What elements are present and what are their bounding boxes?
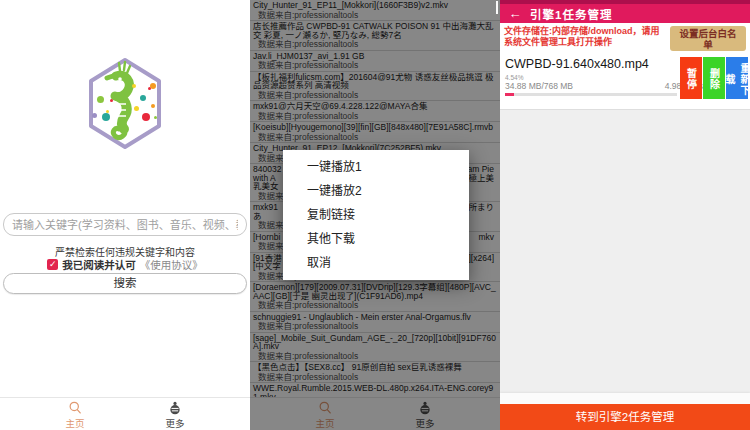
page-title: 引擎1任务管理 (530, 6, 612, 22)
footer-spacer (500, 393, 750, 404)
storage-notice: 文件存储在:内部存储/download，请用系统文件管理工具打开操作 设置后台白… (500, 23, 750, 54)
logo-dot (142, 113, 150, 121)
task-buttons: 暂停 删除 重新下载 (680, 57, 748, 99)
nav-home[interactable]: 主页 (25, 398, 125, 430)
download-size: 34.88 MB/768 MB (505, 81, 573, 91)
agreement-label: 我已阅读并认可 (62, 257, 136, 272)
search-input[interactable] (3, 213, 247, 236)
user-agreement-link[interactable]: 《使用协议》 (140, 257, 203, 272)
logo-dot (110, 99, 113, 102)
nav-home-label: 主页 (65, 416, 84, 430)
panel-search-home: 严禁检索任何违规关键字和内容 ✓ 我已阅读并认可 《使用协议》 搜索 主页 (0, 0, 250, 430)
seahorse-logo (86, 57, 164, 150)
scrollbar[interactable] (496, 1, 498, 14)
whitelist-button[interactable]: 设置后台白名单 (670, 26, 746, 51)
nav-more[interactable]: 更多 (125, 398, 225, 430)
more-icon (168, 401, 182, 415)
logo-dot (154, 116, 157, 119)
app-bar: ← 引擎1任务管理 (500, 4, 750, 23)
modal-item[interactable]: 取消 (283, 256, 469, 270)
progress-bar (505, 93, 677, 96)
download-filename: CWPBD-91.640x480.mp4 (505, 57, 649, 71)
agreement-row: ✓ 我已阅读并认可 《使用协议》 (0, 257, 250, 272)
pause-button[interactable]: 暂停 (680, 57, 702, 99)
logo-dot (106, 110, 109, 113)
storage-notice-text: 文件存储在:内部存储/download，请用系统文件管理工具打开操作 (504, 26, 664, 48)
delete-button[interactable]: 删除 (703, 57, 725, 99)
agreement-checkbox[interactable]: ✓ (47, 259, 58, 270)
logo-dot (140, 95, 146, 101)
modal-item[interactable]: 一键播放2 (283, 184, 469, 198)
logo-dot (148, 87, 151, 90)
redownload-button[interactable]: 重新下载 (726, 57, 748, 99)
logo-dot (97, 96, 104, 103)
panel-search-results: City_Hunter_91_EP11_[Mokkori](1660F3B9)v… (250, 0, 500, 430)
back-icon[interactable]: ← (500, 6, 530, 21)
progress-fill (505, 93, 514, 96)
logo-dot (92, 113, 97, 118)
action-modal: 一键播放1一键播放2复制链接其他下载取消 (283, 150, 469, 280)
search-home-icon (68, 401, 82, 415)
app-screen: 严禁检索任何违规关键字和内容 ✓ 我已阅读并认可 《使用协议》 搜索 主页 (0, 0, 750, 430)
logo-dot (134, 106, 139, 111)
logo-dot (102, 113, 110, 121)
bottom-nav: 主页 更多 (0, 397, 250, 430)
logo-dot (150, 83, 156, 89)
panel-task-manager: ← 引擎1任务管理 文件存储在:内部存储/download，请用系统文件管理工具… (500, 0, 750, 430)
nav-more-label: 更多 (165, 416, 184, 430)
goto-engine2-button[interactable]: 转到引擎2任务管理 (500, 404, 750, 430)
logo-dot (151, 104, 155, 108)
modal-item[interactable]: 其他下载 (283, 232, 469, 246)
logo-dot (132, 84, 136, 88)
download-percent: 4.54% (505, 74, 523, 81)
search-button[interactable]: 搜索 (3, 273, 247, 294)
modal-item[interactable]: 复制链接 (283, 208, 469, 222)
download-task-card: CWPBD-91.640x480.mp4 4.54% 34.88 MB/768 … (500, 54, 750, 110)
modal-item[interactable]: 一键播放1 (283, 160, 469, 174)
